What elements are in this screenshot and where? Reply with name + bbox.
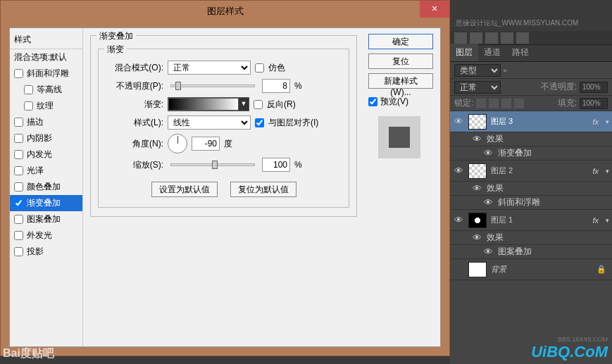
satin-checkbox[interactable] [14, 166, 23, 175]
bevel-checkbox[interactable] [14, 69, 23, 78]
blend-mode-select[interactable]: 正常 [454, 81, 501, 94]
gradient-dropdown-icon[interactable]: ▼ [239, 98, 249, 111]
tool-icon[interactable] [470, 32, 482, 44]
gradientoverlay-checkbox[interactable] [14, 199, 23, 208]
effect-item[interactable]: 👁斜面和浮雕 [450, 196, 612, 210]
visibility-icon[interactable]: 👁 [471, 183, 482, 194]
effect-item[interactable]: 👁图案叠加 [450, 245, 612, 259]
preview-label: 预览(V) [380, 96, 408, 108]
style-item-texture[interactable]: 纹理 [10, 98, 82, 114]
layer-thumbnail[interactable] [468, 262, 487, 277]
style-item-stroke[interactable]: 描边 [10, 114, 82, 130]
blending-options-row[interactable]: 混合选项:默认 [10, 49, 82, 65]
effects-sub[interactable]: 👁效果 [450, 132, 612, 146]
visibility-icon[interactable]: 👁 [453, 116, 464, 127]
lock-icon[interactable] [489, 99, 499, 108]
style-item-innershadow[interactable]: 内阴影 [10, 130, 82, 146]
dither-checkbox[interactable] [255, 63, 264, 73]
effects-sub[interactable]: 👁效果 [450, 231, 612, 245]
cancel-button[interactable]: 复位 [368, 54, 433, 69]
align-checkbox[interactable] [255, 118, 264, 127]
visibility-icon[interactable]: 👁 [482, 197, 494, 208]
lock-icon[interactable] [501, 99, 511, 108]
opacity-input[interactable] [262, 79, 290, 93]
tab-layers[interactable]: 图层 [450, 44, 478, 61]
scale-slider[interactable] [170, 163, 255, 166]
layer-name[interactable]: 图层 1 [491, 215, 588, 225]
scale-input[interactable] [262, 158, 290, 172]
stroke-checkbox[interactable] [14, 118, 23, 127]
fx-badge[interactable]: fx [592, 216, 599, 225]
visibility-icon[interactable]: 👁 [453, 165, 464, 176]
style-item-bevel[interactable]: 斜面和浮雕 [10, 65, 82, 82]
lock-icon[interactable] [514, 99, 524, 108]
layer-thumbnail[interactable] [468, 114, 487, 130]
style-item-satin[interactable]: 光泽 [10, 163, 82, 179]
visibility-icon[interactable]: 👁 [482, 246, 494, 257]
effects-sub[interactable]: 👁效果 [450, 182, 612, 196]
fx-badge[interactable]: fx [592, 118, 599, 126]
layer-name[interactable]: 背景 [491, 264, 592, 275]
visibility-icon[interactable]: 👁 [471, 232, 482, 243]
gradient-picker[interactable]: ▼ [168, 97, 249, 111]
lock-row: 锁定: 填充: 100% [450, 96, 612, 111]
style-select[interactable]: 线性 [168, 115, 251, 130]
innershadow-checkbox[interactable] [14, 134, 23, 143]
opacity-slider[interactable] [170, 84, 255, 87]
style-item-contour[interactable]: 等高线 [10, 82, 82, 98]
angle-dial[interactable] [168, 134, 187, 153]
ok-button[interactable]: 确定 [368, 34, 433, 49]
dropshadow-checkbox[interactable] [14, 247, 23, 256]
reverse-checkbox[interactable] [254, 100, 263, 109]
tool-icon[interactable] [516, 32, 529, 44]
dialog-titlebar[interactable]: 图层样式 × [1, 1, 449, 22]
effect-item[interactable]: 👁渐变叠加 [450, 146, 612, 161]
tab-channels[interactable]: 通道 [478, 44, 506, 61]
layer-thumbnail[interactable] [468, 163, 487, 179]
style-item-outerglow[interactable]: 外发光 [10, 227, 82, 244]
texture-checkbox[interactable] [24, 101, 33, 111]
style-item-gradientoverlay[interactable]: 渐变叠加 [10, 195, 82, 211]
preview-checkbox[interactable] [368, 97, 377, 106]
tool-icon[interactable] [454, 32, 467, 44]
patternoverlay-checkbox[interactable] [14, 215, 23, 224]
layer-row[interactable]: 👁 图层 1 fx ▾ [450, 210, 612, 231]
layer-row[interactable]: 👁 图层 3 fx ▾ [450, 111, 612, 132]
coloroverlay-checkbox[interactable] [14, 182, 23, 192]
blendmode-select[interactable]: 正常 [168, 61, 251, 75]
chevron-down-icon[interactable]: ▾ [606, 217, 609, 224]
layer-row[interactable]: 👁 图层 2 fx ▾ [450, 161, 612, 182]
lock-icon[interactable] [476, 99, 486, 108]
tool-icon[interactable] [485, 32, 498, 44]
innerglow-checkbox[interactable] [14, 150, 23, 159]
style-item-coloroverlay[interactable]: 颜色叠加 [10, 179, 82, 195]
set-default-button[interactable]: 设置为默认值 [151, 182, 218, 197]
fill-value[interactable]: 100% [580, 98, 608, 109]
chevron-down-icon[interactable]: ▾ [606, 118, 609, 125]
style-item-patternoverlay[interactable]: 图案叠加 [10, 211, 82, 227]
tab-paths[interactable]: 路径 [506, 44, 535, 61]
style-item-innerglow[interactable]: 内发光 [10, 146, 82, 163]
layer-name[interactable]: 图层 3 [491, 116, 588, 127]
kind-select[interactable]: 类型 [454, 64, 501, 77]
fx-badge[interactable]: fx [592, 167, 599, 175]
reset-default-button[interactable]: 复位为默认值 [230, 182, 296, 197]
layer-row[interactable]: 背景 🔒 [450, 259, 612, 280]
filter-icon[interactable]: ▫ [504, 65, 506, 75]
opacity-value[interactable]: 100% [580, 82, 608, 93]
contour-checkbox[interactable] [24, 85, 33, 94]
angle-input[interactable] [192, 137, 220, 151]
opacity-label: 不透明度(P): [106, 80, 163, 92]
chevron-down-icon[interactable]: ▾ [606, 168, 609, 175]
style-item-dropshadow[interactable]: 投影 [10, 244, 82, 260]
layer-thumbnail[interactable] [468, 213, 487, 228]
outerglow-checkbox[interactable] [14, 231, 23, 240]
new-style-button[interactable]: 新建样式(W)... [368, 73, 433, 89]
tool-icon[interactable] [501, 32, 513, 44]
visibility-icon[interactable]: 👁 [471, 134, 482, 144]
layer-name[interactable]: 图层 2 [491, 165, 588, 176]
close-button[interactable]: × [420, 1, 449, 18]
visibility-icon[interactable]: 👁 [453, 215, 464, 225]
gradient-preview [168, 98, 239, 111]
visibility-icon[interactable]: 👁 [482, 148, 494, 158]
